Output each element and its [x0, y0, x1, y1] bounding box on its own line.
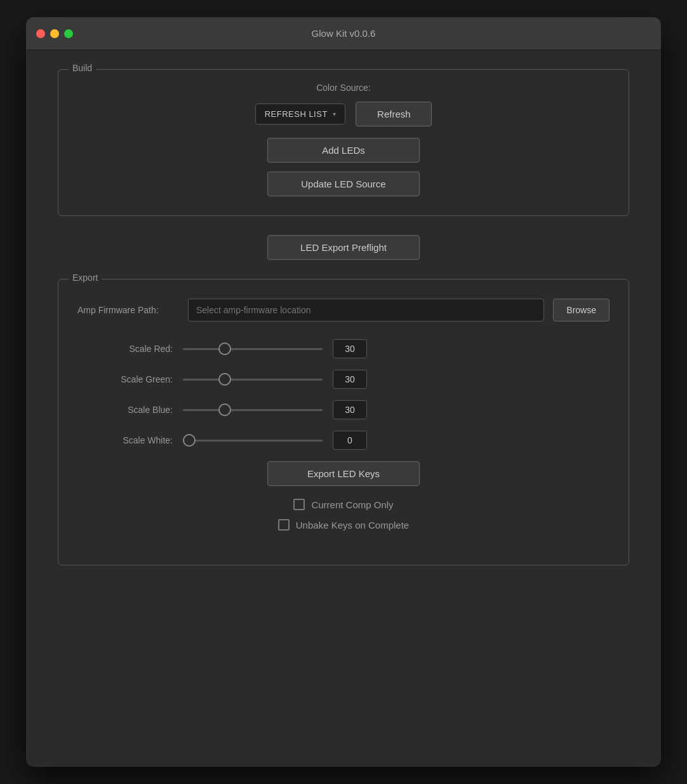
add-leds-row: Add LEDs	[77, 138, 610, 163]
scale-blue-thumb[interactable]	[218, 403, 231, 416]
refresh-list-dropdown[interactable]: REFRESH LIST ▾	[255, 104, 346, 125]
scale-green-value[interactable]	[333, 370, 367, 389]
traffic-lights	[36, 29, 73, 38]
build-section: Build Color Source: REFRESH LIST ▾ Refre…	[58, 69, 629, 216]
unbake-keys-checkbox-row: Unbake Keys on Complete	[77, 519, 610, 531]
export-section: Export Amp Firmware Path: Browse Scale R…	[58, 279, 629, 565]
add-leds-button[interactable]: Add LEDs	[267, 138, 420, 163]
build-section-label: Build	[69, 63, 96, 73]
export-keys-row: Export LED Keys	[77, 461, 610, 486]
scale-white-row: Scale White:	[97, 431, 610, 450]
scale-red-slider[interactable]	[183, 348, 323, 350]
scale-blue-value[interactable]	[333, 400, 367, 419]
maximize-button[interactable]	[64, 29, 73, 38]
unbake-keys-checkbox[interactable]	[278, 519, 290, 531]
unbake-keys-label: Unbake Keys on Complete	[296, 520, 409, 531]
title-bar: Glow Kit v0.0.6	[26, 17, 661, 50]
scale-red-label: Scale Red:	[97, 344, 173, 354]
app-window: Glow Kit v0.0.6 Build Color Source: REFR…	[26, 17, 661, 767]
amp-firmware-row: Amp Firmware Path: Browse	[77, 299, 610, 321]
dropdown-label: REFRESH LIST	[265, 109, 328, 119]
current-comp-label: Current Comp Only	[311, 499, 393, 510]
scale-white-thumb[interactable]	[183, 434, 196, 447]
main-content: Build Color Source: REFRESH LIST ▾ Refre…	[26, 50, 661, 767]
close-button[interactable]	[36, 29, 45, 38]
sliders-wrapper: Scale Red: Scale Green: Scale Bl	[77, 339, 610, 450]
scale-green-slider[interactable]	[183, 379, 323, 381]
scale-green-row: Scale Green:	[97, 370, 610, 389]
export-section-label: Export	[69, 273, 102, 283]
amp-firmware-label: Amp Firmware Path:	[77, 305, 179, 315]
scale-white-value[interactable]	[333, 431, 367, 450]
color-source-label: Color Source:	[77, 83, 610, 93]
preflight-row: LED Export Preflight	[58, 235, 629, 260]
color-source-row: REFRESH LIST ▾ Refresh	[77, 102, 610, 126]
chevron-down-icon: ▾	[333, 111, 337, 118]
browse-button[interactable]: Browse	[553, 299, 610, 321]
scale-white-slider[interactable]	[183, 440, 323, 442]
refresh-button[interactable]: Refresh	[356, 102, 432, 126]
minimize-button[interactable]	[50, 29, 59, 38]
update-led-source-button[interactable]: Update LED Source	[267, 172, 420, 196]
scale-red-thumb[interactable]	[218, 342, 231, 355]
scale-red-row: Scale Red:	[97, 339, 610, 358]
current-comp-checkbox-row: Current Comp Only	[77, 499, 610, 510]
scale-blue-row: Scale Blue:	[97, 400, 610, 419]
window-title: Glow Kit v0.0.6	[312, 28, 376, 39]
current-comp-checkbox[interactable]	[293, 499, 305, 510]
scale-green-label: Scale Green:	[97, 374, 173, 384]
scale-red-value[interactable]	[333, 339, 367, 358]
scale-blue-slider[interactable]	[183, 409, 323, 411]
scale-blue-label: Scale Blue:	[97, 405, 173, 415]
export-led-keys-button[interactable]: Export LED Keys	[267, 461, 420, 486]
update-row: Update LED Source	[77, 172, 610, 196]
scale-green-thumb[interactable]	[218, 373, 231, 386]
firmware-path-input[interactable]	[188, 299, 544, 321]
led-export-preflight-button[interactable]: LED Export Preflight	[267, 235, 420, 260]
scale-white-label: Scale White:	[97, 435, 173, 445]
